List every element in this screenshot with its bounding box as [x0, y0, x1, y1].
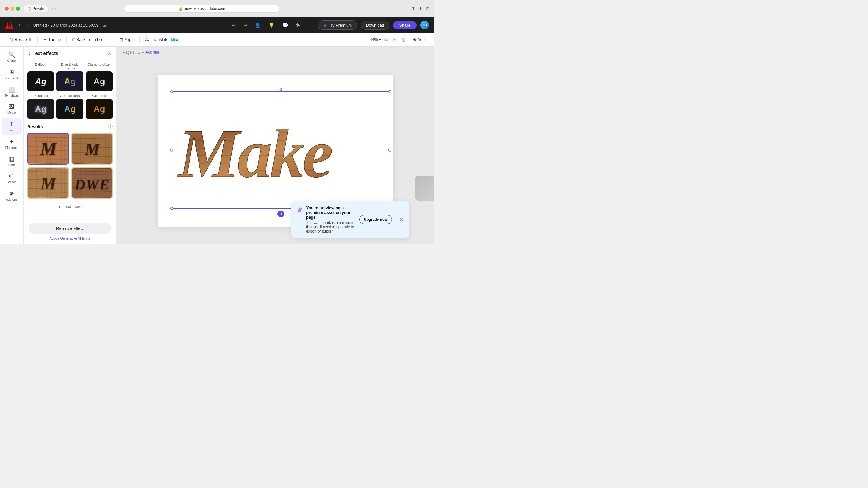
sidebar-brands-label: Brands [7, 181, 17, 184]
rotate-handle[interactable]: ↺ [277, 210, 284, 217]
svg-line-13 [72, 156, 112, 157]
back-arrow[interactable]: ‹ [52, 6, 53, 11]
download-label: Download [366, 23, 384, 28]
undo-button[interactable]: ↩ [230, 21, 238, 29]
sidebar-item-grids[interactable]: ▦ Grids [2, 153, 22, 169]
delete-button[interactable]: 🗑 [400, 36, 409, 44]
download-button[interactable]: Download [361, 21, 389, 30]
browser-tab[interactable]: ⬚ Private [24, 5, 48, 12]
new-tab-icon[interactable]: + [419, 6, 422, 11]
panel-back-button[interactable]: ‹ [29, 51, 30, 56]
brands-icon: 🏷 [9, 173, 14, 180]
sidebar-text-label: Text [9, 129, 14, 132]
gem-text: Ag [64, 104, 76, 114]
gold-preview[interactable]: Ag [86, 99, 113, 119]
close-button[interactable] [5, 7, 9, 10]
sidebar-item-templates[interactable]: ⬜ Templates [2, 84, 22, 100]
result-item-2[interactable]: M [71, 133, 113, 165]
adobe-logo [5, 21, 14, 29]
divider3 [114, 37, 114, 43]
forward-button[interactable]: › [25, 21, 29, 29]
add-collaborator-button[interactable]: 👤 [253, 21, 263, 29]
blue-gold-preview[interactable]: Ag [57, 71, 83, 92]
svg-text:M: M [84, 140, 100, 158]
align-label: Align [125, 37, 134, 42]
balloon-preview[interactable]: Ag [27, 71, 54, 92]
panel-scroll[interactable]: Balloon Blue & gold marble Diamond glitt… [24, 60, 116, 219]
resize-button[interactable]: ⬡ Resize ♛ [6, 36, 35, 44]
panel-close-button[interactable]: ✕ [107, 50, 112, 56]
zoom-control[interactable]: 44% ▾ [370, 37, 381, 42]
disco-preview[interactable]: Ag [27, 99, 54, 119]
resize-label: Resize [14, 37, 27, 42]
add-button[interactable]: ⊕ Add [410, 36, 428, 43]
sidebar-item-brands[interactable]: 🏷 Brands [2, 170, 22, 186]
translate-label: Translate [152, 37, 168, 42]
svg-text:M: M [40, 138, 57, 159]
diamond-label: Diamond glitter [86, 63, 113, 70]
redo-button[interactable]: ↪ [241, 21, 249, 29]
result-item-4[interactable]: DWE [71, 167, 113, 199]
sidebar-item-text[interactable]: T Text [2, 118, 22, 135]
ai-terms-link[interactable]: Adobe Generative AI terms [29, 236, 112, 240]
resize-icon: ⬡ [9, 37, 13, 42]
upgrade-now-button[interactable]: Upgrade now [359, 215, 392, 224]
more-options-button[interactable]: ··· [306, 21, 314, 29]
add-title-link[interactable]: Add title [146, 50, 159, 55]
elements-icon: ✦ [9, 138, 14, 145]
result-item-1[interactable]: M [27, 133, 69, 165]
comment-button[interactable]: 💬 [280, 21, 290, 29]
wood-svg-2: M [72, 134, 112, 163]
sidebar-item-add-ons[interactable]: ⊕ Add-ons [2, 188, 22, 204]
sidebar-item-your-stuff[interactable]: ⊞ Your stuff [2, 66, 22, 83]
sidebar-item-media[interactable]: 🖼 Media [2, 101, 22, 117]
upgrade-now-label: Upgrade now [364, 217, 388, 222]
forward-arrow[interactable]: › [55, 6, 57, 11]
lightbulb-button[interactable]: 💡 [267, 21, 276, 29]
background-color-button[interactable]: □ Background color [69, 36, 111, 44]
handle-middle-left[interactable] [170, 149, 174, 152]
canvas-text-area: Make Make [175, 94, 387, 205]
tab-icon: ⬚ [27, 6, 31, 11]
new-badge: NEW [170, 37, 180, 41]
canvas-area: Page 1 / 1 – Add title [117, 46, 434, 244]
results-info-icon[interactable]: ⓘ [108, 124, 113, 130]
wood-svg-1: M [28, 134, 68, 163]
remove-effect-button[interactable]: Remove effect [29, 223, 112, 234]
grid-view-button[interactable]: ⊞ [391, 35, 399, 44]
svg-line-25 [72, 174, 112, 174]
handle-bottom-left[interactable] [170, 207, 174, 210]
result-item-3[interactable]: M [27, 167, 69, 199]
tabs-icon[interactable]: ⧉ [426, 6, 429, 11]
canvas-wood-text-svg: Make Make [175, 103, 387, 196]
back-button[interactable]: ‹ [18, 21, 22, 29]
translate-button[interactable]: Aa Translate NEW [142, 36, 183, 44]
load-more-button[interactable]: ▾ Load more [27, 201, 113, 212]
handle-middle-right[interactable] [389, 149, 392, 152]
sidebar-item-search[interactable]: 🔍 Search [2, 49, 22, 65]
handle-top-right[interactable] [389, 90, 392, 93]
align-button[interactable]: ⊟ Align [116, 36, 137, 44]
notification-body: The watermark is a reminder that you'll … [306, 221, 355, 233]
sidebar-media-label: Media [7, 111, 16, 115]
fullscreen-button[interactable] [16, 7, 20, 10]
handle-top-left[interactable] [170, 90, 174, 93]
notification-close-button[interactable]: ✕ [400, 217, 404, 223]
zoom-chevron: ▾ [379, 37, 381, 42]
premium-notification: ♛ You're previewing a premium asset on y… [291, 201, 409, 238]
svg-text:M: M [40, 173, 57, 193]
user-avatar[interactable]: JD [420, 21, 429, 29]
share-button[interactable]: Share [393, 21, 416, 29]
background-icon: □ [72, 37, 75, 42]
theme-button[interactable]: ✦ Theme [40, 36, 64, 44]
duplicate-page-button[interactable]: ⧉ [382, 36, 390, 44]
address-bar[interactable]: 🔒 new.express.adobe.com [124, 5, 279, 13]
diamond-preview[interactable]: Ag [86, 71, 113, 92]
minimize-button[interactable] [10, 7, 14, 10]
share-icon[interactable]: ⬆ [411, 6, 415, 11]
speech-button[interactable]: 🗣 [294, 21, 303, 29]
sidebar-item-elements[interactable]: ✦ Elements [2, 136, 22, 152]
gem-preview[interactable]: Ag [57, 99, 83, 119]
try-premium-button[interactable]: ♛ Try Premium [318, 21, 357, 30]
theme-icon: ✦ [43, 37, 47, 42]
